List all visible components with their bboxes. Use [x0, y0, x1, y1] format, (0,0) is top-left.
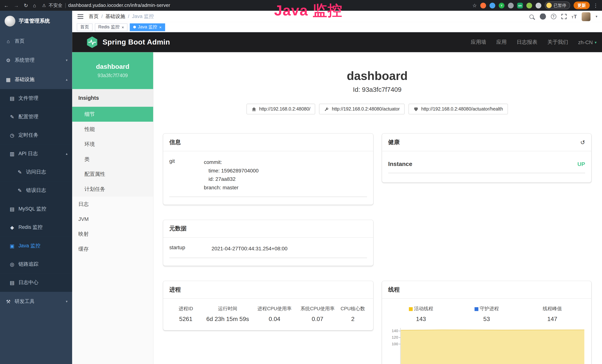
legend-item: 守护进程	[454, 306, 519, 312]
sba-item-jvm[interactable]: JVM	[72, 212, 153, 227]
sidebar-item-redis-monitor[interactable]: ◆ Redis 监控	[0, 218, 72, 236]
github-icon[interactable]	[540, 13, 546, 20]
sba-item-config-props[interactable]: 配置属性	[72, 167, 153, 182]
tab-java-monitor[interactable]: Java 监控	[130, 23, 165, 31]
close-icon[interactable]	[159, 25, 161, 30]
sidebar-item-infra[interactable]: ▦ 基础设施	[0, 70, 72, 89]
sba-item-caches[interactable]: 缓存	[72, 242, 153, 257]
column-header: 进程CPU使用率	[253, 306, 296, 312]
sidebar-item-home[interactable]: ⌂ 首页	[0, 32, 72, 51]
hamburger-icon[interactable]	[77, 16, 83, 17]
sidebar-item-dev-tools[interactable]: ⚒ 研发工具	[0, 292, 72, 311]
extension-icon-puzzle[interactable]	[536, 2, 541, 8]
monitor-icon: ▦	[5, 76, 11, 82]
extension-icon-grid[interactable]	[508, 2, 514, 8]
threads-card: 线程 活动线程	[382, 281, 591, 364]
cards-grid: 信息 git commit: time: 1596289704000	[163, 134, 591, 364]
sidebar-item-log-center[interactable]: ▤ 日志中心	[0, 273, 72, 292]
sidebar-item-config-manage[interactable]: ✎ 配置管理	[0, 107, 72, 126]
sba-item-logs[interactable]: 日志	[72, 197, 153, 212]
address-bar[interactable]: 不安全 dashboard.yudao.iocoder.cn/infra/adm…	[42, 2, 170, 9]
update-button[interactable]: 更新	[574, 1, 590, 9]
health-url-link[interactable]: http://192.168.0.2:48080/actuator/health	[409, 104, 508, 114]
sidebar-item-scheduled-jobs[interactable]: ◷ 定时任务	[0, 126, 72, 144]
app-logo	[5, 16, 15, 27]
font-size-icon[interactable]	[572, 13, 577, 20]
forward-icon[interactable]	[14, 3, 19, 8]
instance-url-link[interactable]: http://192.168.0.2:48080/	[247, 104, 315, 114]
sidebar-item-api-log[interactable]: ▥ API 日志	[0, 144, 72, 163]
sba-item-scheduled-tasks[interactable]: 计划任务	[72, 182, 153, 197]
sba-brand[interactable]: Spring Boot Admin	[103, 38, 170, 47]
process-card: 进程 进程ID 运行时间 进程CPU使用率 系统CPU使用率	[163, 281, 373, 330]
sba-content: dashboard Id: 93a3fc7f7409 http://192.16…	[153, 52, 602, 364]
sba-nav-journal[interactable]: 日志报表	[517, 39, 538, 46]
history-icon[interactable]	[580, 139, 585, 146]
sba-nav-applications[interactable]: 应用	[496, 39, 507, 46]
sidebar-item-system[interactable]: ⚙ 系统管理	[0, 51, 72, 70]
instance-name: dashboard	[96, 63, 129, 71]
fullscreen-icon[interactable]	[561, 14, 567, 19]
profile-paused-pill[interactable]: 已暂停	[545, 1, 570, 9]
actuator-url-link[interactable]: http://192.168.0.2:48080/actuator	[319, 104, 405, 114]
browser-menu-icon[interactable]	[593, 2, 598, 8]
column-header: CPU核心数	[339, 306, 367, 312]
bookmark-star-icon[interactable]	[473, 2, 477, 8]
edit-icon: ✎	[17, 188, 23, 193]
sba-nav-wallboard[interactable]: 应用墙	[471, 39, 486, 46]
sidebar-item-java-monitor[interactable]: ▣ Java 监控	[0, 237, 72, 255]
sba-nav-about[interactable]: 关于我们	[547, 39, 568, 46]
page-instance-id: Id: 93a3fc7f7409	[163, 86, 591, 94]
sidebar-item-tracing[interactable]: ◎ 链路追踪	[0, 255, 72, 273]
breadcrumb-home[interactable]: 首页	[89, 13, 99, 20]
sba-item-environment[interactable]: 环境	[72, 137, 153, 152]
threads-legend: 活动线程 守护进程 线程峰值	[388, 305, 585, 322]
help-icon[interactable]	[551, 14, 556, 19]
extension-icon-orange[interactable]	[480, 2, 486, 8]
process-table: 进程ID 运行时间 进程CPU使用率 系统CPU使用率 CPU核心数 5261 …	[169, 305, 367, 322]
sba-item-classes[interactable]: 类	[72, 152, 153, 167]
sba-section-insights: Insights	[72, 89, 153, 107]
sba-item-metrics[interactable]: 性能	[72, 122, 153, 137]
search-icon[interactable]	[529, 14, 534, 19]
sidebar-item-error-log[interactable]: ✎ 错误日志	[0, 181, 72, 200]
user-avatar[interactable]	[582, 12, 591, 21]
gear-icon: ⚙	[5, 57, 11, 63]
sidebar-item-file-manage[interactable]: ▤ 文件管理	[0, 89, 72, 107]
sba-nav: 应用墙 应用 日志报表 关于我们 zh-CN	[471, 39, 597, 46]
sba-item-mappings[interactable]: 映射	[72, 227, 153, 242]
sba-locale-select[interactable]: zh-CN	[578, 39, 597, 45]
legend-square-blue	[474, 307, 478, 311]
info-card: 信息 git commit: time: 1596289704000	[163, 134, 373, 205]
column-header: 运行时间	[202, 306, 253, 312]
tab-redis-monitor[interactable]: Redis 监控	[95, 23, 127, 31]
back-icon[interactable]	[4, 3, 9, 8]
sba-body: dashboard 93a3fc7f7409 Insights 细节 性能 环境…	[72, 52, 602, 364]
extension-icon-leaf[interactable]	[526, 2, 532, 8]
sba-item-details[interactable]: 细节	[72, 107, 153, 122]
url-text[interactable]: dashboard.yudao.iocoder.cn/infra/admin-s…	[68, 3, 170, 8]
extension-icon-drop[interactable]	[489, 2, 495, 8]
sidebar-item-access-log[interactable]: ✎ 访问日志	[0, 163, 72, 181]
tags-bar: 首页 Redis 监控 Java 监控	[72, 22, 602, 32]
sidebar-item-mysql-monitor[interactable]: ▤ MySQL 监控	[0, 200, 72, 218]
table-row: Instance UP	[388, 160, 585, 173]
home-icon[interactable]	[33, 3, 36, 8]
chevron-down-icon	[595, 40, 597, 44]
reload-icon[interactable]	[24, 3, 28, 8]
app-logo-row[interactable]: 芋道管理系统	[0, 11, 72, 32]
annotation-java-monitor: Java 监控	[274, 1, 343, 20]
extension-icon-on[interactable]: on	[517, 2, 523, 8]
close-icon[interactable]	[122, 25, 124, 30]
avatar-caret-icon[interactable]	[596, 15, 597, 19]
tab-home[interactable]: 首页	[77, 23, 93, 31]
sba-instance-header[interactable]: dashboard 93a3fc7f7409	[72, 52, 153, 89]
legend-value: 53	[454, 316, 519, 322]
legend-item: 活动线程	[388, 306, 454, 312]
trace-icon: ◎	[9, 261, 15, 267]
breadcrumb-infra[interactable]: 基础设施	[105, 13, 125, 20]
metadata-card-body: startup 2021-04-27T00:44:31.254+08:00	[163, 238, 373, 266]
extension-icon-green-y[interactable]: Y	[499, 2, 505, 8]
database-icon: ▤	[9, 206, 15, 212]
metadata-value: 2021-04-27T00:44:31.254+08:00	[212, 245, 367, 253]
